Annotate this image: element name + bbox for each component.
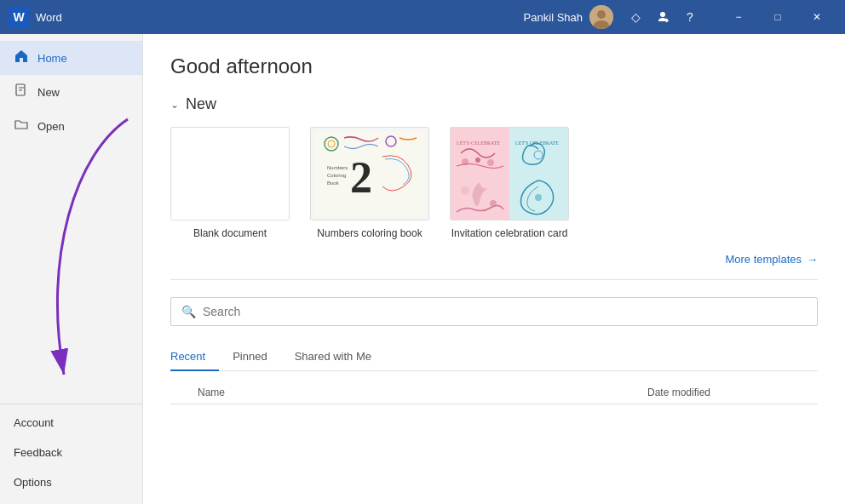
inv-cell-br (509, 174, 568, 220)
sidebar: Home New Open Account (0, 34, 143, 504)
new-section-title: New (186, 95, 216, 113)
minimize-button[interactable]: − (719, 4, 758, 30)
sidebar-item-new[interactable]: New (0, 75, 142, 109)
sidebar-item-new-label: New (37, 86, 60, 99)
sidebar-item-open-label: Open (37, 120, 65, 133)
search-bar: 🔍 (170, 297, 818, 326)
table-date-col: Date modified (647, 387, 818, 398)
svg-point-1 (597, 10, 606, 19)
new-section-header: ⌄ New (170, 95, 818, 113)
collapse-button[interactable]: ⌄ (170, 99, 179, 111)
sidebar-item-feedback-label: Feedback (14, 446, 62, 459)
avatar[interactable] (589, 5, 613, 29)
inv-cell-bl (451, 174, 509, 220)
titlebar-right: Pankil Shah ◇ ? − □ ✕ (524, 4, 836, 30)
template-blank-label: Blank document (193, 227, 267, 239)
search-icon: 🔍 (181, 305, 196, 318)
more-templates-link[interactable]: More templates → (725, 253, 818, 266)
more-templates-label: More templates (725, 253, 802, 266)
template-invitation-label: Invitation celebration card (451, 227, 568, 239)
home-icon (14, 49, 29, 66)
svg-point-16 (475, 158, 480, 163)
more-templates-arrow: → (807, 253, 818, 266)
more-templates-container: More templates → (170, 253, 818, 280)
inv-cell-tr: LET'S CELEBRATE (509, 128, 568, 174)
maximize-button[interactable]: □ (758, 4, 797, 30)
window-controls: − □ ✕ (719, 4, 836, 30)
templates-grid: Blank document (170, 127, 818, 239)
titlebar: W Word Pankil Shah ◇ ? (0, 0, 845, 34)
inv-cell-tl: LET'S CELEBRATE (451, 128, 509, 174)
help-icon[interactable]: ? (678, 5, 702, 29)
sidebar-bottom: Account Feedback Options (0, 404, 142, 497)
close-button[interactable]: ✕ (797, 4, 836, 30)
blank-thumb (171, 128, 289, 220)
search-input[interactable] (203, 305, 807, 318)
svg-text:Book: Book (327, 180, 340, 186)
user-name: Pankil Shah (524, 11, 583, 24)
table-header: Name Date modified (170, 381, 818, 404)
open-folder-icon (14, 117, 29, 135)
tabs: Recent Pinned Shared with Me (170, 343, 818, 371)
titlebar-icons: ◇ ? (624, 5, 702, 29)
tab-shared[interactable]: Shared with Me (281, 343, 385, 371)
template-numbers-label: Numbers coloring book (317, 227, 422, 239)
template-blank[interactable]: Blank document (170, 127, 290, 239)
sidebar-item-open[interactable]: Open (0, 109, 142, 143)
template-numbers[interactable]: 2 Numbers Coloring Book Numbers coloring… (310, 127, 429, 239)
tab-recent[interactable]: Recent (170, 343, 219, 371)
template-invitation-thumb[interactable]: LET'S CELEBRATE LET'S CELE (450, 127, 569, 220)
app-title: Word (36, 11, 62, 24)
sidebar-item-account[interactable]: Account (0, 408, 142, 438)
greeting: Good afternoon (170, 54, 818, 78)
profile-icon[interactable] (651, 5, 675, 29)
svg-text:LET'S CELEBRATE: LET'S CELEBRATE (457, 140, 500, 146)
svg-text:2: 2 (350, 153, 372, 202)
user-info: Pankil Shah (524, 5, 613, 29)
sidebar-item-account-label: Account (14, 416, 54, 429)
sidebar-item-home-label: Home (37, 52, 67, 65)
svg-text:Coloring: Coloring (327, 173, 346, 178)
sidebar-item-options-label: Options (14, 476, 52, 489)
svg-point-25 (535, 194, 542, 201)
invitation-thumb-visual: LET'S CELEBRATE LET'S CELE (451, 128, 568, 220)
svg-point-17 (487, 159, 494, 166)
sidebar-item-home[interactable]: Home (0, 41, 142, 75)
tab-pinned[interactable]: Pinned (219, 343, 280, 371)
sidebar-item-feedback[interactable]: Feedback (0, 438, 142, 467)
new-doc-icon (14, 83, 29, 100)
template-blank-thumb[interactable] (170, 127, 290, 220)
template-invitation[interactable]: LET'S CELEBRATE LET'S CELE (450, 127, 569, 239)
app-body: Home New Open Account (0, 34, 845, 504)
svg-point-22 (461, 186, 469, 195)
main-content: Good afternoon ⌄ New Blank document (143, 34, 845, 504)
svg-text:Numbers: Numbers (327, 165, 348, 170)
sidebar-item-options[interactable]: Options (0, 467, 142, 497)
word-icon: W (9, 7, 29, 27)
titlebar-left: W Word (9, 7, 62, 27)
template-numbers-thumb[interactable]: 2 Numbers Coloring Book (310, 127, 429, 220)
table-name-col: Name (198, 387, 647, 398)
numbers-thumb-visual: 2 Numbers Coloring Book (311, 128, 428, 220)
diamond-icon[interactable]: ◇ (624, 5, 647, 29)
